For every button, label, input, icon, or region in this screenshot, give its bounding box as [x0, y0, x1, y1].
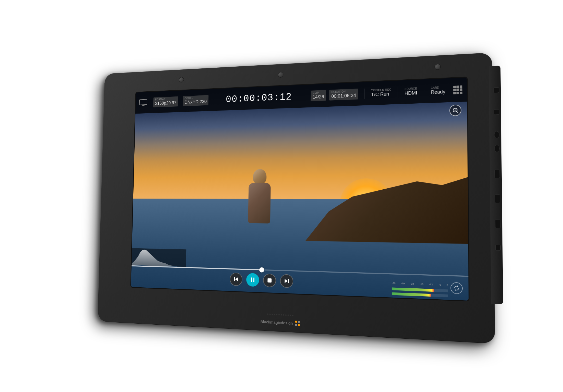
sun-glow [339, 178, 393, 231]
clip-value: 14/26 [313, 94, 324, 100]
audio-spacer [297, 281, 349, 283]
duration-value: 00:01:06:24 [331, 93, 356, 100]
device-chassis: FORMAT 2160p29.97 CODEC DNxHD 220 00:00:… [98, 53, 495, 344]
screw-top-left [179, 77, 184, 83]
meter-label-12: -12 [429, 283, 433, 286]
right-side-panel [489, 66, 503, 304]
meter-label-6: -6 [439, 283, 441, 286]
svg-marker-15 [457, 285, 459, 287]
loop-icon [453, 285, 460, 291]
meter-label-18: -18 [420, 283, 423, 286]
clip-group: CLIP 14/26 [311, 90, 326, 101]
svg-rect-13 [392, 292, 448, 297]
port-hdmi [495, 220, 500, 228]
port-headphone [494, 131, 499, 138]
prev-button[interactable] [230, 272, 242, 286]
histogram-bars [132, 248, 186, 267]
svg-marker-8 [235, 277, 238, 281]
top-info-bar: FORMAT 2160p29.97 CODEC DNxHD 220 00:00:… [135, 77, 467, 114]
cliff-layer [306, 166, 468, 244]
svg-line-4 [456, 111, 458, 113]
source-label: SOURCE [405, 87, 417, 91]
port-2 [494, 109, 499, 115]
svg-rect-1 [142, 105, 144, 106]
zoom-icon [452, 107, 459, 113]
svg-rect-11 [392, 287, 448, 292]
port-sdi-1 [495, 170, 500, 178]
meter-label-0: 0 [447, 284, 448, 286]
card-label: CARD [431, 86, 445, 90]
monitor-icon [139, 99, 147, 106]
format-value: 2160p29.97 [155, 100, 177, 106]
source-value: HDMI [405, 90, 417, 96]
trigger-rec-label: TRIGGER REC [371, 88, 391, 92]
svg-marker-16 [455, 289, 456, 291]
histogram [132, 248, 186, 267]
audio-meters: -36 -30 -24 -18 -12 -6 0 [392, 282, 448, 295]
screw-top-right [435, 64, 441, 70]
screen-bezel: FORMAT 2160p29.97 CODEC DNxHD 220 00:00:… [131, 77, 469, 301]
port-headphone-2 [494, 145, 500, 152]
meter-label-36: -36 [392, 282, 395, 285]
svg-point-3 [453, 108, 457, 112]
zoom-button[interactable] [449, 105, 461, 116]
scene: FORMAT 2160p29.97 CODEC DNxHD 220 00:00:… [0, 0, 563, 392]
grid-icon[interactable] [453, 85, 462, 94]
svg-rect-2 [141, 106, 145, 106]
stop-button[interactable] [263, 273, 276, 287]
blackmagic-logo-dots [295, 321, 300, 326]
loop-button[interactable] [450, 282, 463, 294]
next-button[interactable] [280, 274, 293, 288]
brand-name: Blackmagicdesign [260, 319, 293, 325]
timecode-display: 00:00:03:12 [213, 91, 306, 105]
clip-label: CLIP [313, 91, 324, 95]
port-power [495, 245, 501, 250]
playback-controls [131, 266, 468, 298]
format-group: FORMAT 2160p29.97 [153, 96, 178, 107]
trigger-rec-value: T/C Run [371, 91, 391, 98]
svg-marker-10 [285, 279, 288, 283]
card-group: CARD Ready [431, 86, 445, 95]
meter-label-24: -24 [410, 283, 414, 285]
card-value: Ready [431, 89, 445, 95]
source-group: SOURCE HDMI [405, 87, 417, 96]
divider-3 [424, 86, 424, 96]
codec-value: DNxHD 220 [184, 99, 207, 105]
speaker-grille [267, 313, 294, 316]
audio-channel-1 [392, 287, 448, 292]
svg-rect-9 [288, 279, 289, 283]
screw-top-center [278, 72, 283, 78]
audio-channel-2 [392, 292, 448, 298]
port-1 [494, 87, 499, 93]
hud-overlay: FORMAT 2160p29.97 CODEC DNxHD 220 00:00:… [131, 77, 469, 301]
svg-rect-0 [139, 99, 147, 105]
brand-logo: Blackmagicdesign [260, 319, 300, 326]
pause-icon [251, 277, 254, 282]
pause-button[interactable] [246, 273, 259, 287]
stop-icon [267, 278, 272, 283]
svg-rect-7 [234, 277, 235, 281]
svg-rect-12 [392, 287, 434, 292]
codec-group: CODEC DNxHD 220 [183, 95, 209, 106]
port-sdi-2 [495, 195, 500, 203]
duration-group: DURATION 00:01:06:24 [329, 89, 358, 100]
meter-label-30: -30 [401, 282, 405, 285]
divider-1 [365, 89, 365, 99]
screen: FORMAT 2160p29.97 CODEC DNxHD 220 00:00:… [131, 77, 469, 301]
svg-rect-14 [392, 292, 431, 297]
trigger-rec-group: TRIGGER REC T/C Run [371, 88, 391, 98]
device-body-container: FORMAT 2160p29.97 CODEC DNxHD 220 00:00:… [98, 53, 495, 344]
divider-2 [398, 87, 398, 97]
duration-label: DURATION [331, 90, 356, 94]
